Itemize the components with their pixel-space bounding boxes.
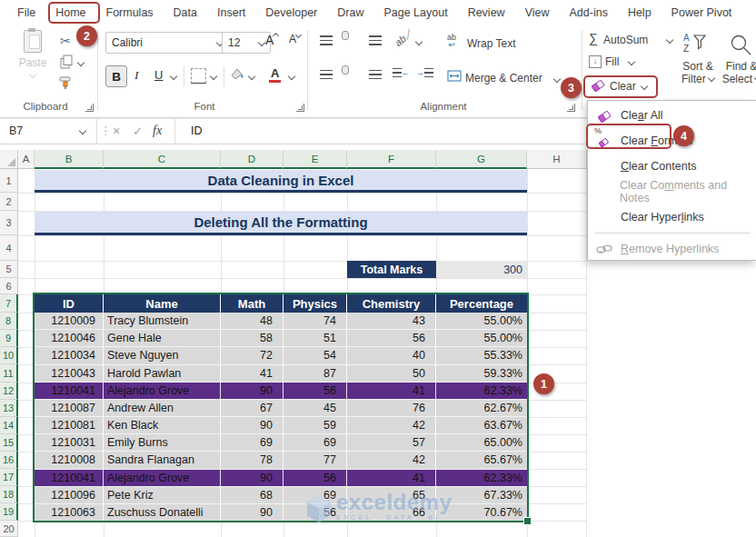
increase-font-size-icon[interactable]: A (265, 33, 278, 47)
tab-insert[interactable]: Insert (207, 2, 255, 24)
cut-icon[interactable]: ✂ (60, 34, 71, 48)
row-header-14[interactable]: 14 (0, 417, 18, 434)
tab-view[interactable]: View (515, 2, 560, 24)
alignment-dialog-launcher-icon[interactable] (567, 104, 575, 112)
marks-table[interactable]: ID Name Math Physics Chemistry Percentag… (33, 293, 529, 522)
bold-button[interactable]: B (105, 65, 127, 87)
column-header-f[interactable]: F (347, 150, 436, 169)
tab-data[interactable]: Data (164, 2, 207, 24)
table-row[interactable]: 1210043Harold Pawlan41875059.33% (35, 365, 527, 383)
tab-add-ins[interactable]: Add-ins (560, 2, 618, 24)
orientation-chevron-icon[interactable] (415, 38, 423, 45)
merge-center-button[interactable]: Merge & Center (465, 72, 542, 85)
align-right-icon[interactable] (369, 70, 382, 80)
decrease-font-size-icon[interactable]: A (289, 33, 301, 45)
row-header-10[interactable]: 10 (0, 347, 18, 364)
row-header-2[interactable]: 2 (0, 193, 18, 211)
top-align-icon[interactable] (320, 35, 333, 45)
tab-formulas[interactable]: Formulas (96, 2, 164, 24)
borders-chevron-icon[interactable] (210, 73, 217, 80)
row-header-15[interactable]: 15 (0, 434, 18, 452)
column-header-g[interactable]: G (436, 150, 527, 169)
tab-draw[interactable]: Draw (327, 2, 373, 24)
row-header-5[interactable]: 5 (0, 261, 18, 278)
table-row-highlighted[interactable]: 1210041Alejandro Grove90564162.33% (35, 470, 527, 487)
row-header-1[interactable]: 1 (0, 169, 18, 193)
menu-item-clear-hyperlinks[interactable]: Clear Hyperlinks (588, 204, 756, 230)
copy-chevron-icon[interactable] (77, 59, 85, 66)
align-left-icon[interactable] (320, 70, 333, 80)
tab-review[interactable]: Review (458, 2, 515, 24)
formula-input[interactable]: ID (191, 124, 203, 137)
fill-color-icon[interactable] (229, 66, 245, 84)
underline-chevron-icon[interactable] (170, 73, 177, 80)
cancel-icon[interactable]: × (113, 124, 120, 138)
autosum-chevron-icon[interactable] (666, 36, 673, 44)
font-color-icon[interactable]: A (269, 66, 281, 83)
align-center-icon[interactable] (342, 65, 349, 75)
wrap-text-button[interactable]: Wrap Text (467, 37, 516, 50)
column-header-a[interactable]: A (18, 150, 35, 169)
fill-button[interactable]: Fill (605, 55, 619, 68)
italic-button[interactable]: I (134, 68, 139, 83)
table-row[interactable]: 1210063Zuschuss Donatelli90566670.67% (35, 504, 527, 521)
clipboard-dialog-launcher-icon[interactable] (85, 104, 94, 112)
name-box[interactable]: B7 (9, 124, 23, 137)
tab-developer[interactable]: Developer (255, 2, 327, 24)
column-header-d[interactable]: D (221, 150, 284, 169)
table-row[interactable]: 1210008Sandra Flanagan78774265.67% (35, 452, 527, 469)
column-header-c[interactable]: C (104, 150, 221, 169)
table-row[interactable]: 1210031Emily Burns69695765.00% (35, 434, 527, 452)
fill-handle[interactable] (523, 517, 532, 525)
merge-center-chevron-icon[interactable] (553, 75, 561, 83)
borders-icon[interactable] (191, 68, 206, 84)
paste-button[interactable]: Paste (11, 28, 55, 95)
bottom-align-icon[interactable] (369, 35, 382, 45)
grip-dots-icon[interactable]: ⋮ (100, 124, 112, 137)
sort-filter-button[interactable]: Sort & Filter (674, 60, 721, 85)
row-header-4[interactable]: 4 (0, 235, 18, 261)
tab-help[interactable]: Help (618, 2, 662, 24)
fill-color-chevron-icon[interactable] (248, 73, 255, 80)
row-header-6[interactable]: 6 (0, 278, 18, 294)
table-row[interactable]: 1210081Ken Black90594263.67% (35, 417, 527, 434)
name-box-chevron-icon[interactable] (79, 127, 86, 134)
column-header-b[interactable]: B (35, 150, 104, 169)
tab-power-pivot[interactable]: Power Pivot (662, 2, 742, 24)
row-header-16[interactable]: 16 (0, 452, 18, 469)
table-row[interactable]: 1210009Tracy Blumstein48744355.00% (35, 313, 527, 330)
menu-item-clear-contents[interactable]: Clear Contents (588, 154, 756, 179)
row-header-8[interactable]: 8 (0, 313, 18, 330)
fill-chevron-icon[interactable] (628, 58, 635, 65)
copy-icon[interactable] (60, 55, 73, 72)
tab-file[interactable]: File (7, 2, 45, 24)
row-header-13[interactable]: 13 (0, 400, 18, 417)
underline-button[interactable]: U (154, 68, 163, 82)
row-header-12[interactable]: 12 (0, 383, 18, 400)
table-row[interactable]: 1210034Steve Nguyen72544055.33% (35, 347, 527, 364)
orientation-icon[interactable]: ab⟋ (393, 28, 414, 49)
row-header-7[interactable]: 7 (0, 294, 18, 313)
row-header-11[interactable]: 11 (0, 364, 18, 383)
row-header-20[interactable]: 20 (0, 521, 18, 537)
find-select-button[interactable]: Find & Select (721, 60, 756, 85)
insert-function-icon[interactable]: fx (153, 124, 162, 138)
increase-indent-icon[interactable]: → (416, 68, 433, 81)
font-name-combo[interactable]: Calibri (105, 32, 229, 54)
row-header-19[interactable]: 19 (0, 503, 18, 521)
select-all-corner[interactable] (0, 150, 18, 169)
middle-align-icon[interactable] (342, 31, 349, 40)
table-row[interactable]: 1210046Gene Hale58515655.00% (35, 330, 527, 347)
table-row[interactable]: 1210096Pete Kriz68696567.33% (35, 487, 527, 504)
font-size-combo[interactable]: 12 (222, 32, 271, 54)
format-painter-icon[interactable] (58, 75, 73, 93)
autosum-button[interactable]: AutoSum (603, 34, 648, 46)
column-header-h[interactable]: H (527, 150, 587, 169)
row-header-9[interactable]: 9 (0, 330, 18, 347)
row-header-18[interactable]: 18 (0, 486, 18, 503)
decrease-indent-icon[interactable]: ← (393, 68, 410, 81)
font-color-chevron-icon[interactable] (288, 73, 295, 80)
table-row[interactable]: 1210087Andrew Allen67457662.67% (35, 400, 527, 417)
table-row-highlighted[interactable]: 1210041Alejandro Grove90564162.33% (35, 383, 527, 400)
tab-page-layout[interactable]: Page Layout (373, 2, 457, 24)
